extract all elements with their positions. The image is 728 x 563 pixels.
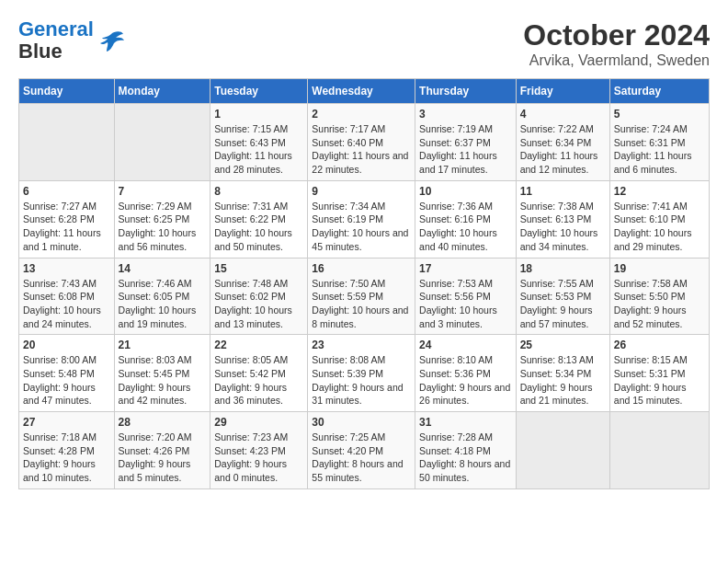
header-saturday: Saturday (609, 79, 709, 104)
calendar-title: October 2024 (523, 18, 710, 52)
day-info: Sunrise: 7:17 AMSunset: 6:40 PMDaylight:… (312, 122, 411, 177)
day-number: 3 (419, 108, 512, 121)
day-number: 25 (520, 339, 606, 351)
logo-text: GeneralBlue (18, 18, 94, 63)
calendar-table: SundayMondayTuesdayWednesdayThursdayFrid… (18, 78, 710, 489)
calendar-cell: 27Sunrise: 7:18 AMSunset: 4:28 PMDayligh… (19, 412, 115, 489)
day-info: Sunrise: 7:55 AMSunset: 5:53 PMDaylight:… (520, 277, 606, 331)
calendar-cell: 16Sunrise: 7:50 AMSunset: 5:59 PMDayligh… (308, 258, 415, 335)
day-number: 17 (419, 262, 512, 275)
day-info: Sunrise: 7:43 AMSunset: 6:08 PMDaylight:… (23, 277, 110, 331)
day-number: 20 (23, 339, 110, 351)
day-number: 9 (312, 185, 411, 198)
day-number: 12 (614, 185, 705, 198)
day-info: Sunrise: 7:24 AMSunset: 6:31 PMDaylight:… (614, 122, 705, 177)
calendar-subtitle: Arvika, Vaermland, Sweden (523, 52, 710, 69)
calendar-cell (609, 412, 709, 489)
day-info: Sunrise: 7:18 AMSunset: 4:28 PMDaylight:… (23, 431, 110, 485)
day-info: Sunrise: 8:08 AMSunset: 5:39 PMDaylight:… (312, 353, 411, 408)
title-block: October 2024 Arvika, Vaermland, Sweden (523, 18, 710, 69)
day-info: Sunrise: 8:10 AMSunset: 5:36 PMDaylight:… (419, 353, 512, 408)
day-info: Sunrise: 7:19 AMSunset: 6:37 PMDaylight:… (419, 122, 512, 177)
day-info: Sunrise: 7:31 AMSunset: 6:22 PMDaylight:… (214, 200, 303, 254)
page-header: GeneralBlue October 2024 Arvika, Vaermla… (18, 18, 710, 69)
calendar-cell: 4Sunrise: 7:22 AMSunset: 6:34 PMDaylight… (516, 104, 609, 181)
day-number: 5 (614, 108, 705, 121)
calendar-header-row: SundayMondayTuesdayWednesdayThursdayFrid… (19, 79, 710, 104)
day-number: 26 (614, 339, 705, 351)
logo-bird-icon (97, 27, 125, 54)
day-info: Sunrise: 7:29 AMSunset: 6:25 PMDaylight:… (119, 200, 207, 254)
day-number: 10 (419, 185, 512, 198)
day-number: 18 (520, 262, 606, 275)
calendar-cell: 8Sunrise: 7:31 AMSunset: 6:22 PMDaylight… (210, 180, 308, 258)
week-row-4: 20Sunrise: 8:00 AMSunset: 5:48 PMDayligh… (19, 335, 710, 412)
calendar-cell: 17Sunrise: 7:53 AMSunset: 5:56 PMDayligh… (415, 258, 517, 335)
day-number: 23 (312, 339, 411, 351)
day-info: Sunrise: 7:46 AMSunset: 6:05 PMDaylight:… (119, 277, 207, 331)
header-thursday: Thursday (415, 79, 517, 104)
calendar-cell: 25Sunrise: 8:13 AMSunset: 5:34 PMDayligh… (516, 335, 609, 412)
calendar-cell: 3Sunrise: 7:19 AMSunset: 6:37 PMDaylight… (415, 104, 517, 181)
calendar-cell: 21Sunrise: 8:03 AMSunset: 5:45 PMDayligh… (114, 335, 210, 412)
day-info: Sunrise: 8:05 AMSunset: 5:42 PMDaylight:… (214, 353, 303, 408)
calendar-cell: 30Sunrise: 7:25 AMSunset: 4:20 PMDayligh… (308, 412, 415, 489)
calendar-cell: 29Sunrise: 7:23 AMSunset: 4:23 PMDayligh… (210, 412, 308, 489)
calendar-cell: 31Sunrise: 7:28 AMSunset: 4:18 PMDayligh… (415, 412, 517, 489)
calendar-cell (516, 412, 609, 489)
calendar-cell: 13Sunrise: 7:43 AMSunset: 6:08 PMDayligh… (19, 258, 115, 335)
calendar-cell: 5Sunrise: 7:24 AMSunset: 6:31 PMDaylight… (609, 104, 709, 181)
day-info: Sunrise: 7:48 AMSunset: 6:02 PMDaylight:… (214, 277, 303, 331)
calendar-cell: 12Sunrise: 7:41 AMSunset: 6:10 PMDayligh… (609, 180, 709, 258)
day-number: 22 (214, 339, 303, 351)
day-info: Sunrise: 7:15 AMSunset: 6:43 PMDaylight:… (214, 122, 303, 177)
calendar-cell: 23Sunrise: 8:08 AMSunset: 5:39 PMDayligh… (308, 335, 415, 412)
calendar-cell: 2Sunrise: 7:17 AMSunset: 6:40 PMDaylight… (308, 104, 415, 181)
calendar-cell: 24Sunrise: 8:10 AMSunset: 5:36 PMDayligh… (415, 335, 517, 412)
day-number: 15 (214, 262, 303, 275)
day-number: 29 (214, 416, 303, 429)
day-info: Sunrise: 7:53 AMSunset: 5:56 PMDaylight:… (419, 277, 512, 331)
calendar-cell: 19Sunrise: 7:58 AMSunset: 5:50 PMDayligh… (609, 258, 709, 335)
day-info: Sunrise: 7:22 AMSunset: 6:34 PMDaylight:… (520, 122, 606, 177)
day-number: 24 (419, 339, 512, 351)
day-number: 1 (214, 108, 303, 121)
day-number: 28 (119, 416, 207, 429)
calendar-cell (19, 104, 115, 181)
day-number: 30 (312, 416, 411, 429)
calendar-cell: 15Sunrise: 7:48 AMSunset: 6:02 PMDayligh… (210, 258, 308, 335)
calendar-cell: 10Sunrise: 7:36 AMSunset: 6:16 PMDayligh… (415, 180, 517, 258)
calendar-cell: 22Sunrise: 8:05 AMSunset: 5:42 PMDayligh… (210, 335, 308, 412)
day-number: 31 (419, 416, 512, 429)
calendar-cell: 26Sunrise: 8:15 AMSunset: 5:31 PMDayligh… (609, 335, 709, 412)
day-number: 13 (23, 262, 110, 275)
week-row-5: 27Sunrise: 7:18 AMSunset: 4:28 PMDayligh… (19, 412, 710, 489)
day-info: Sunrise: 7:34 AMSunset: 6:19 PMDaylight:… (312, 200, 411, 254)
day-number: 7 (119, 185, 207, 198)
day-info: Sunrise: 7:27 AMSunset: 6:28 PMDaylight:… (23, 200, 110, 254)
calendar-cell: 14Sunrise: 7:46 AMSunset: 6:05 PMDayligh… (114, 258, 210, 335)
day-number: 14 (119, 262, 207, 275)
day-number: 8 (214, 185, 303, 198)
day-number: 19 (614, 262, 705, 275)
calendar-cell (114, 104, 210, 181)
header-wednesday: Wednesday (308, 79, 415, 104)
calendar-cell: 1Sunrise: 7:15 AMSunset: 6:43 PMDaylight… (210, 104, 308, 181)
day-number: 21 (119, 339, 207, 351)
header-monday: Monday (114, 79, 210, 104)
day-number: 16 (312, 262, 411, 275)
week-row-1: 1Sunrise: 7:15 AMSunset: 6:43 PMDaylight… (19, 104, 710, 181)
calendar-cell: 6Sunrise: 7:27 AMSunset: 6:28 PMDaylight… (19, 180, 115, 258)
week-row-3: 13Sunrise: 7:43 AMSunset: 6:08 PMDayligh… (19, 258, 710, 335)
day-number: 11 (520, 185, 606, 198)
header-sunday: Sunday (19, 79, 115, 104)
day-number: 27 (23, 416, 110, 429)
day-info: Sunrise: 7:38 AMSunset: 6:13 PMDaylight:… (520, 200, 606, 254)
day-info: Sunrise: 8:15 AMSunset: 5:31 PMDaylight:… (614, 353, 705, 408)
week-row-2: 6Sunrise: 7:27 AMSunset: 6:28 PMDaylight… (19, 180, 710, 258)
day-info: Sunrise: 7:28 AMSunset: 4:18 PMDaylight:… (419, 431, 512, 485)
day-info: Sunrise: 7:20 AMSunset: 4:26 PMDaylight:… (119, 431, 207, 485)
header-tuesday: Tuesday (210, 79, 308, 104)
day-number: 6 (23, 185, 110, 198)
day-info: Sunrise: 7:36 AMSunset: 6:16 PMDaylight:… (419, 200, 512, 254)
